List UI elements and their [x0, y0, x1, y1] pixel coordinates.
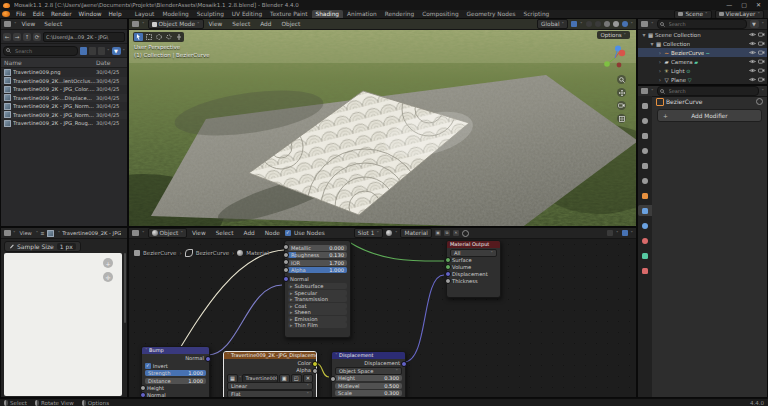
node-section[interactable]: ▸Transmission	[288, 296, 347, 302]
workspace-tab[interactable]: Modeling	[158, 10, 192, 18]
workspace-tab[interactable]: Compositing	[418, 10, 462, 18]
outliner-row[interactable]: › BezierCurve	[638, 48, 767, 57]
file-row[interactable]: Travertine009_2K - JPG_NormalDX.j.. 30/0…	[1, 102, 127, 111]
viewport-menu[interactable]: Add	[258, 21, 273, 27]
workspace-tab[interactable]: Rendering	[381, 10, 419, 18]
output-socket[interactable]	[312, 361, 318, 367]
node-section[interactable]: ▸Thin Film	[288, 322, 347, 328]
select-lasso-tool-icon[interactable]	[164, 33, 173, 41]
socket-metallic[interactable]	[283, 244, 289, 250]
node-title[interactable]: ˅ Travertine009_2K -JPG_Displacement	[224, 352, 316, 359]
menu-item[interactable]: Render	[48, 10, 75, 18]
image-scrollbar[interactable]	[124, 253, 126, 323]
back-button[interactable]: ←	[3, 33, 11, 41]
menu-item[interactable]: Edit	[30, 10, 47, 18]
socket-alpha[interactable]	[283, 267, 289, 273]
invert-checkbox[interactable]: ✓	[145, 363, 151, 369]
hamburger-icon[interactable]: ≡	[40, 230, 44, 236]
node-field[interactable]: Alpha1.000	[288, 267, 347, 273]
proportional-editing-icon[interactable]	[586, 21, 592, 27]
node-displacement[interactable]: ˅ Displacement Displacement Object Space…	[331, 351, 406, 398]
output-target-dropdown[interactable]: All˅	[450, 249, 497, 257]
outliner-row[interactable]: › Plane	[638, 75, 767, 84]
file-row[interactable]: Travertine009_2K - JPG_Color.jpg 30/04/2…	[1, 85, 127, 94]
disable-render-camera-icon[interactable]	[758, 59, 765, 64]
shader-type-selector[interactable]: Object˅	[148, 228, 187, 238]
gizmo-x-axis[interactable]	[619, 50, 625, 56]
close-button[interactable]: ✕	[756, 0, 761, 10]
tab-particles[interactable]	[638, 220, 652, 231]
node-image-texture[interactable]: ˅ Travertine009_2K -JPG_Displacement Col…	[223, 351, 317, 398]
column-name[interactable]: Name	[4, 59, 96, 66]
pin-icon[interactable]	[756, 98, 763, 105]
image-move-gizmo[interactable]: ✛	[103, 272, 113, 282]
shader-editor-menu[interactable]: View	[190, 230, 208, 236]
outliner-row[interactable]: › Light	[638, 66, 767, 75]
shader-editor-menu[interactable]: Node	[263, 230, 282, 236]
gizmo-y-axis[interactable]	[604, 61, 610, 67]
node-field[interactable]: Scale0.300	[335, 390, 402, 396]
disable-render-camera-icon[interactable]	[758, 77, 765, 82]
slot-selector[interactable]: Slot 1˅	[354, 228, 383, 238]
socket-normal-out[interactable]	[205, 356, 211, 362]
input-socket[interactable]	[445, 257, 451, 263]
tab-view-layer[interactable]	[638, 145, 652, 156]
filter-icon[interactable]: ▼	[112, 47, 121, 55]
input-socket[interactable]	[445, 278, 451, 284]
node-field[interactable]: Height0.300	[335, 375, 402, 381]
editor-type-icon[interactable]	[641, 21, 648, 27]
tab-object[interactable]	[638, 190, 652, 201]
move-view-icon[interactable]	[617, 88, 626, 97]
display-vertical-list-button[interactable]	[80, 47, 87, 55]
workspace-tab[interactable]: Sculpting	[193, 10, 228, 18]
viewport-menu[interactable]: View	[207, 21, 225, 27]
node-section[interactable]: ▸Emission	[288, 316, 347, 322]
output-socket[interactable]	[312, 368, 318, 374]
file-browser-menu[interactable]: View	[20, 21, 38, 27]
minimize-button[interactable]: —	[726, 0, 732, 10]
filter-icon[interactable]: ▼	[750, 20, 759, 28]
input-socket[interactable]	[445, 271, 451, 277]
path-field[interactable]	[43, 32, 125, 42]
tab-output[interactable]	[638, 130, 652, 141]
column-date[interactable]: Date	[96, 59, 124, 66]
space-dropdown[interactable]: Object Space˅	[335, 367, 402, 375]
material-name-field[interactable]: Material	[400, 228, 432, 238]
hide-eye-icon[interactable]	[749, 68, 756, 73]
add-modifier-button[interactable]: + Add Modifier	[657, 109, 762, 122]
interpolation-dropdown[interactable]: Linear˅	[227, 382, 313, 390]
disable-render-camera-icon[interactable]	[758, 41, 765, 46]
input-socket[interactable]	[445, 264, 451, 270]
tweak-tool-icon[interactable]	[134, 33, 143, 41]
shader-editor-menu[interactable]: Select	[214, 230, 236, 236]
overlays-icon[interactable]	[622, 230, 628, 236]
node-title[interactable]: Material Output	[447, 241, 500, 248]
workspace-tab[interactable]: Texture Paint	[266, 10, 311, 18]
hide-eye-icon[interactable]	[749, 50, 756, 55]
workspace-tab[interactable]: Animation	[343, 10, 381, 18]
workspace-tab[interactable]: Scripting	[519, 10, 553, 18]
workspace-tab[interactable]: Layout	[131, 10, 159, 18]
shading-material-icon[interactable]	[613, 21, 619, 27]
copy-material-button[interactable]: ⧉	[444, 230, 450, 236]
file-row[interactable]: Travertine009_2K - JPG_NormalGL.j.. 30/0…	[1, 111, 127, 120]
menu-item[interactable]: Help	[105, 10, 124, 18]
socket-normal-in[interactable]	[283, 276, 289, 282]
socket-height-in[interactable]	[330, 376, 336, 382]
editor-type-icon[interactable]	[4, 230, 11, 236]
maximize-button[interactable]: ▢	[741, 0, 747, 10]
disable-render-camera-icon[interactable]	[758, 32, 765, 37]
image-editor-view-menu[interactable]: View	[18, 230, 34, 236]
node-section[interactable]: ▸Coat	[288, 303, 347, 309]
select-box-tool-icon[interactable]	[144, 33, 153, 41]
file-row[interactable]: Travertine009.png 30/04/25	[1, 68, 127, 77]
camera-view-icon[interactable]	[617, 101, 626, 110]
node-section[interactable]: ▸Sheen	[288, 309, 347, 315]
projection-dropdown[interactable]: Flat˅	[227, 390, 313, 398]
properties-search[interactable]	[657, 86, 759, 96]
hide-eye-icon[interactable]	[749, 59, 756, 64]
shader-editor-menu[interactable]: Add	[242, 230, 257, 236]
viewport-menu[interactable]: Select	[230, 21, 252, 27]
blender-menu-icon[interactable]	[2, 11, 10, 17]
transform-orientation[interactable]: Global˅	[537, 19, 568, 29]
